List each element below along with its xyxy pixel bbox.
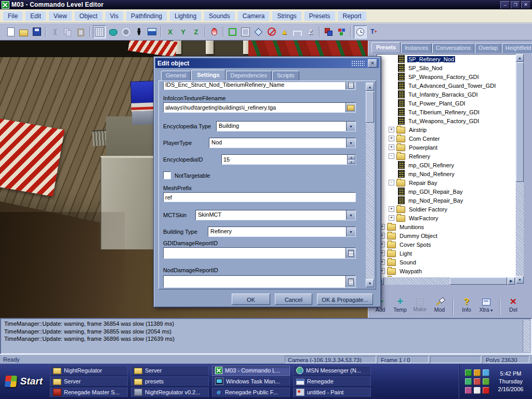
cube-green-icon[interactable] [227, 26, 238, 38]
tree-vertical-scrollbar[interactable]: ▲ ▼ [516, 54, 524, 284]
tree-item-powerplant[interactable]: +Powerplant [377, 143, 515, 152]
save-icon[interactable] [31, 26, 43, 38]
task-windows-task-man[interactable]: Windows Task Man... [212, 377, 290, 387]
scene-icon[interactable] [146, 26, 158, 38]
winamp-icon[interactable] [474, 369, 481, 376]
dropdown-arrow-icon[interactable]: ▼ [490, 309, 494, 312]
axis-y-icon[interactable]: Y [177, 26, 189, 38]
tree-item-dummy-object[interactable]: +Dummy Object [377, 231, 515, 240]
cancel-button[interactable]: Cancel [275, 294, 312, 305]
gdi-damage-report-input[interactable] [164, 248, 345, 258]
menu-view[interactable]: View [49, 11, 72, 21]
expander-icon[interactable]: + [389, 144, 394, 150]
minimize-button[interactable] [500, 1, 510, 9]
tree-item-tut-power-plant-gdi[interactable]: Tut_Power_Plant_GDI [377, 99, 515, 108]
spinner[interactable]: ▲▼ [347, 155, 355, 164]
scroll-right-arrow[interactable]: ▶ [508, 277, 515, 285]
tab-instances[interactable]: Instances [401, 43, 432, 53]
mesh-prefix-input[interactable] [164, 193, 355, 202]
tree-item-mp-gdi-repair-bay[interactable]: mp_GDI_Repair_Bay [377, 187, 515, 196]
safely-remove-icon[interactable] [483, 378, 489, 385]
chevron-down-icon[interactable] [346, 210, 355, 220]
scroll-up-arrow[interactable]: ▲ [516, 54, 524, 62]
encyclopedia-type-combo[interactable]: Building [216, 121, 356, 131]
menu-presets[interactable]: Presets [304, 11, 335, 21]
network-offline-icon[interactable] [474, 378, 481, 385]
menu-object[interactable]: Object [75, 11, 102, 21]
string-picker-button[interactable] [345, 82, 355, 89]
copy-icon[interactable] [62, 26, 74, 38]
scroll-down-arrow[interactable]: ▼ [366, 279, 374, 287]
encyclopedia-id-value[interactable] [222, 155, 347, 164]
nod-damage-report-input[interactable] [164, 276, 345, 287]
temp-button[interactable]: Temp [391, 297, 409, 313]
z-block-icon[interactable] [304, 26, 316, 38]
close-button[interactable] [521, 1, 530, 9]
tab-overlap[interactable]: Overlap [475, 43, 501, 53]
tree-item-waypath[interactable]: +Waypath [377, 267, 515, 275]
encyclopedia-id-input[interactable]: ▲▼ [221, 154, 356, 165]
messenger-buddy-icon[interactable] [483, 369, 489, 376]
browse-folder-button[interactable] [345, 103, 355, 112]
log-scrollbar[interactable] [523, 320, 530, 352]
tree-item-tut-advanced-guard-tower-gdi[interactable]: Tut_Advanced_Guard_Tower_GDI [377, 81, 515, 90]
tab-dependencies[interactable]: Dependencies [226, 71, 272, 81]
mod-button[interactable]: Mod [430, 297, 449, 313]
chevron-down-icon[interactable] [346, 122, 355, 131]
volume-icon[interactable] [465, 378, 472, 385]
antivirus-panda-icon[interactable] [474, 387, 481, 394]
restore-button[interactable] [511, 1, 520, 9]
table-icon[interactable] [291, 26, 303, 38]
object-icon[interactable] [107, 26, 119, 38]
task-renegade[interactable]: Renegade [293, 377, 371, 387]
ok-propagate-button[interactable]: OK & Propagate... [317, 294, 373, 305]
text-plus-t-icon[interactable]: T+ [368, 26, 380, 38]
axis-x-icon[interactable]: X [164, 26, 176, 38]
menu-strings[interactable]: Strings [272, 11, 301, 21]
cube-wire-icon[interactable] [240, 26, 251, 38]
not-targetable-checkbox[interactable] [163, 171, 171, 179]
expander-icon[interactable]: + [389, 127, 394, 132]
tree-item-repair-bay[interactable]: -Repair Bay [377, 178, 515, 187]
open-icon[interactable] [18, 26, 30, 38]
tree-item-airstrip[interactable]: +Airstrip [377, 125, 515, 134]
menu-sounds[interactable]: Sounds [204, 11, 235, 21]
tree-item-com-center[interactable]: +Com Center [377, 134, 515, 143]
expander-icon[interactable]: + [389, 206, 394, 212]
tree-item-warfactory[interactable]: +WarFactory [377, 214, 515, 222]
tree-item-sound[interactable]: +Sound [377, 258, 515, 267]
string-id-input[interactable] [164, 82, 345, 89]
tree-item-sp-weapons-factory-gdi[interactable]: SP_Weapons_Factory_GDI [377, 72, 515, 81]
tab-scripts[interactable]: Scripts [272, 71, 299, 81]
menu-report[interactable]: Report [338, 11, 366, 21]
tab-general[interactable]: General [161, 71, 191, 81]
info-icon-texture-input[interactable] [164, 103, 345, 112]
scroll-thumb[interactable] [366, 91, 374, 123]
cubes-icon[interactable] [323, 26, 335, 38]
tree-item-sp-refinery-nod[interactable]: SP_Refinery_Nod [377, 55, 515, 63]
graphics-utility-icon[interactable] [465, 387, 472, 394]
expander-icon[interactable]: + [389, 215, 394, 221]
tree-item-refinery[interactable]: -Refinery [377, 152, 515, 161]
make-button[interactable]: Make [410, 297, 429, 312]
menu-file[interactable]: File [3, 11, 22, 21]
tab-conversations[interactable]: Conversations [432, 43, 474, 53]
new-icon[interactable] [5, 26, 17, 38]
task-renegade-master-s[interactable]: Renegade Master S... [50, 388, 128, 397]
menu-vis[interactable]: Vis [105, 11, 123, 21]
chevron-down-icon[interactable] [346, 227, 355, 236]
tab-heightfield[interactable]: Heightfield [502, 43, 532, 53]
chevron-down-icon[interactable] [346, 138, 355, 148]
character-icon[interactable] [133, 26, 145, 38]
expander-icon[interactable]: - [389, 180, 394, 185]
tree-item-mp-nod-repair-bay[interactable]: mp_Nod_Repair_Bay [377, 196, 515, 205]
dialog-close-icon[interactable] [368, 59, 377, 68]
scroll-thumb[interactable] [450, 277, 507, 285]
menu-camera[interactable]: Camera [238, 11, 270, 21]
info-button[interactable]: Info [457, 297, 476, 313]
task-msn-messenger-n[interactable]: MSN Messenger (N... [293, 366, 371, 376]
tree-item-cover-spots[interactable]: +Cover Spots [377, 240, 515, 249]
terrain-icon[interactable] [93, 25, 106, 38]
tree-horizontal-scrollbar[interactable]: ◀ ▶ [377, 277, 515, 285]
tab-settings[interactable]: Settings [191, 70, 225, 81]
